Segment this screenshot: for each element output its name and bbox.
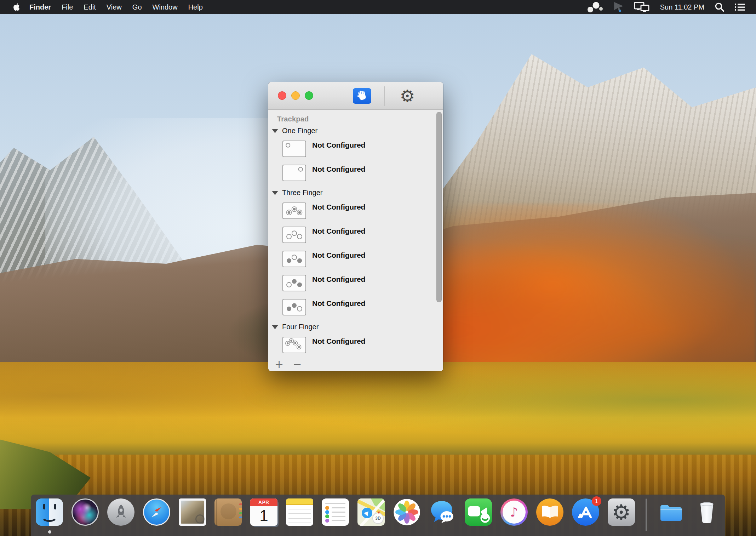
- dock-photos-icon[interactable]: [393, 498, 420, 526]
- apple-menu-icon[interactable]: [8, 2, 24, 12]
- gesture-row[interactable]: Not Configured: [282, 141, 443, 157]
- trackpad-gesture-icon: [282, 337, 306, 353]
- dock-safari-icon[interactable]: [143, 498, 170, 526]
- gesture-list: Trackpad One Finger Not Configured Not C…: [268, 110, 443, 371]
- dock-siri-icon[interactable]: [71, 498, 99, 526]
- panel-title: Trackpad: [277, 115, 443, 123]
- dock-books-icon[interactable]: [536, 498, 563, 526]
- app-store-badge: 1: [592, 496, 601, 506]
- dock-itunes-icon[interactable]: ♪: [500, 498, 528, 526]
- tab-settings[interactable]: ⚙: [396, 85, 418, 107]
- toolbar-divider: [384, 86, 385, 106]
- trackpad-gesture-icon: [282, 203, 306, 219]
- dock-facetime-icon[interactable]: [465, 498, 492, 526]
- window-titlebar[interactable]: ⚙: [268, 82, 443, 110]
- gesture-action-label: Not Configured: [312, 299, 365, 308]
- section-label: Three Finger: [282, 189, 323, 197]
- maps-3d-badge: 3D: [372, 513, 384, 524]
- gesture-row[interactable]: Not Configured: [282, 203, 443, 219]
- trackpad-hand-icon: [356, 89, 368, 103]
- remove-gesture-button[interactable]: −: [291, 358, 304, 370]
- close-button[interactable]: [278, 91, 286, 100]
- desktop: Finder File Edit View Go Window Help: [0, 0, 756, 536]
- calendar-month-label: APR: [250, 498, 277, 506]
- disclosure-triangle-icon[interactable]: [272, 325, 278, 329]
- menu-item-edit[interactable]: Edit: [78, 3, 101, 11]
- dock-folder-icon[interactable]: [657, 498, 685, 526]
- minimize-button[interactable]: [291, 91, 300, 100]
- dock-finder-icon[interactable]: [36, 498, 63, 526]
- btt-circles-icon[interactable]: [584, 0, 606, 14]
- dock-divider: [646, 498, 647, 531]
- disclosure-triangle-icon[interactable]: [272, 191, 278, 195]
- gesture-config-window: ⚙ Trackpad One Finger Not Configured Not…: [268, 82, 443, 371]
- menu-bar: Finder File Edit View Go Window Help: [0, 0, 756, 14]
- dock-calendar-icon[interactable]: APR 1: [250, 498, 277, 526]
- zoom-button[interactable]: [305, 91, 313, 100]
- gesture-row[interactable]: Not Configured: [282, 337, 443, 353]
- trackpad-gesture-icon: [282, 299, 306, 315]
- menu-bar-clock[interactable]: Sun 11:02 PM: [657, 3, 708, 11]
- dock-maps-icon[interactable]: 3D: [357, 498, 385, 526]
- menu-item-finder[interactable]: Finder: [24, 3, 56, 11]
- spotlight-search-icon[interactable]: [711, 0, 728, 14]
- section-header-four-finger[interactable]: Four Finger: [272, 323, 443, 331]
- gesture-row[interactable]: Not Configured: [282, 227, 443, 243]
- gesture-row[interactable]: Not Configured: [282, 299, 443, 315]
- finder-running-indicator: [48, 530, 51, 534]
- gesture-action-label: Not Configured: [312, 337, 365, 346]
- scrollbar-thumb[interactable]: [436, 112, 442, 302]
- dock-app-store-icon[interactable]: 1: [572, 498, 599, 526]
- dock-trash-icon[interactable]: [693, 498, 720, 526]
- gesture-action-label: Not Configured: [312, 203, 365, 211]
- dock-contacts-icon[interactable]: [214, 498, 242, 526]
- trackpad-gesture-icon: [282, 251, 306, 267]
- trackpad-gesture-icon: [282, 275, 306, 291]
- dock-notes-icon[interactable]: [286, 498, 313, 526]
- section-label: Four Finger: [282, 323, 319, 331]
- gesture-row[interactable]: Not Configured: [282, 275, 443, 291]
- menu-item-file[interactable]: File: [56, 3, 78, 11]
- trackpad-gesture-icon: [282, 165, 306, 181]
- gesture-action-label: Not Configured: [312, 275, 365, 284]
- gesture-action-label: Not Configured: [312, 165, 365, 173]
- section-label: One Finger: [282, 127, 317, 135]
- dock-launchpad-icon[interactable]: [107, 498, 134, 526]
- notification-center-icon[interactable]: [731, 0, 748, 14]
- trackpad-gesture-icon: [282, 227, 306, 243]
- dock: APR 1 3D: [31, 495, 725, 536]
- menu-item-view[interactable]: View: [101, 3, 127, 11]
- gear-icon: ⚙: [612, 502, 631, 523]
- calendar-day-label: 1: [250, 506, 277, 526]
- disclosure-triangle-icon[interactable]: [272, 129, 278, 133]
- gesture-action-label: Not Configured: [312, 251, 365, 260]
- display-mirroring-icon[interactable]: [631, 0, 653, 14]
- gesture-action-label: Not Configured: [312, 141, 365, 149]
- dock-mail-icon[interactable]: [179, 498, 206, 526]
- gear-icon: ⚙: [400, 87, 415, 104]
- tab-trackpad[interactable]: [353, 88, 371, 104]
- section-header-three-finger[interactable]: Three Finger: [272, 189, 443, 197]
- dock-messages-icon[interactable]: [429, 498, 456, 526]
- menu-item-window[interactable]: Window: [147, 3, 183, 11]
- gesture-row[interactable]: Not Configured: [282, 165, 443, 181]
- capture-cursor-icon[interactable]: [610, 0, 628, 14]
- dock-system-preferences-icon[interactable]: ⚙: [608, 498, 635, 526]
- gesture-action-label: Not Configured: [312, 227, 365, 235]
- menu-item-go[interactable]: Go: [127, 3, 147, 11]
- gesture-row[interactable]: Not Configured: [282, 251, 443, 267]
- section-header-one-finger[interactable]: One Finger: [272, 127, 443, 135]
- add-gesture-button[interactable]: +: [273, 358, 286, 370]
- trackpad-gesture-icon: [282, 141, 306, 157]
- music-note-glyph: ♪: [510, 506, 518, 519]
- dock-reminders-icon[interactable]: [322, 498, 349, 526]
- menu-item-help[interactable]: Help: [183, 3, 208, 11]
